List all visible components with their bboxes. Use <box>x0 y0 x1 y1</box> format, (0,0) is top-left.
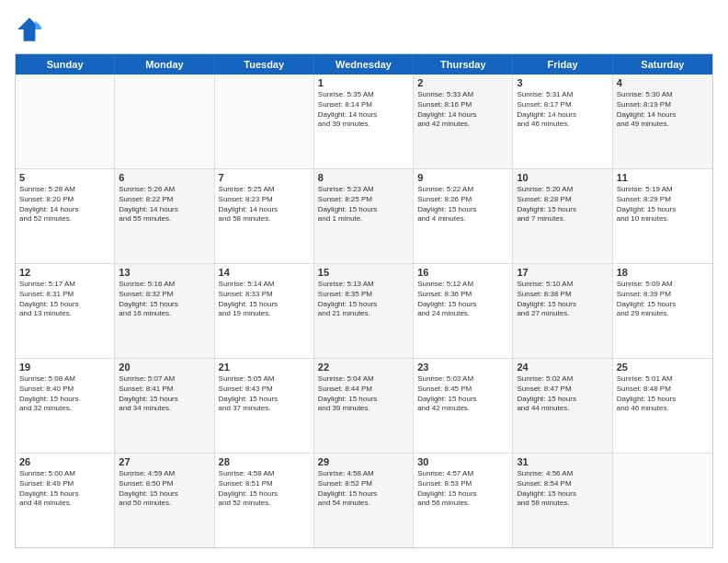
day-info: Sunrise: 5:35 AM Sunset: 8:14 PM Dayligh… <box>318 90 409 130</box>
day-info: Sunrise: 5:17 AM Sunset: 8:31 PM Dayligh… <box>19 280 110 319</box>
calendar-row: 26Sunrise: 5:00 AM Sunset: 8:49 PM Dayli… <box>16 454 712 547</box>
day-info: Sunrise: 5:25 AM Sunset: 8:23 PM Dayligh… <box>219 185 310 224</box>
day-number: 17 <box>517 267 608 278</box>
day-cell-14: 14Sunrise: 5:14 AM Sunset: 8:33 PM Dayli… <box>215 264 314 358</box>
day-info: Sunrise: 5:03 AM Sunset: 8:45 PM Dayligh… <box>417 374 508 414</box>
day-header-tuesday: Tuesday <box>215 54 314 75</box>
day-info: Sunrise: 5:20 AM Sunset: 8:28 PM Dayligh… <box>517 185 608 224</box>
page: SundayMondayTuesdayWednesdayThursdayFrid… <box>0 0 728 563</box>
calendar-row: 1Sunrise: 5:35 AM Sunset: 8:14 PM Daylig… <box>16 75 712 169</box>
calendar-row: 12Sunrise: 5:17 AM Sunset: 8:31 PM Dayli… <box>16 264 712 359</box>
day-number: 5 <box>19 172 110 183</box>
day-number: 4 <box>617 77 709 88</box>
day-cell-12: 12Sunrise: 5:17 AM Sunset: 8:31 PM Dayli… <box>16 264 115 358</box>
day-cell-27: 27Sunrise: 4:59 AM Sunset: 8:50 PM Dayli… <box>115 454 214 547</box>
day-info: Sunrise: 5:28 AM Sunset: 8:20 PM Dayligh… <box>19 185 110 224</box>
day-info: Sunrise: 5:04 AM Sunset: 8:44 PM Dayligh… <box>318 374 409 414</box>
day-cell-1: 1Sunrise: 5:35 AM Sunset: 8:14 PM Daylig… <box>314 75 414 168</box>
day-info: Sunrise: 5:12 AM Sunset: 8:36 PM Dayligh… <box>417 280 508 319</box>
calendar-header: SundayMondayTuesdayWednesdayThursdayFrid… <box>16 54 712 75</box>
calendar-body: 1Sunrise: 5:35 AM Sunset: 8:14 PM Daylig… <box>16 75 712 547</box>
empty-cell <box>215 75 314 168</box>
day-cell-30: 30Sunrise: 4:57 AM Sunset: 8:53 PM Dayli… <box>414 454 513 547</box>
day-number: 2 <box>417 77 508 88</box>
empty-cell <box>115 75 214 168</box>
day-header-wednesday: Wednesday <box>314 54 414 75</box>
day-number: 6 <box>119 172 210 183</box>
day-number: 18 <box>617 267 709 278</box>
day-info: Sunrise: 5:08 AM Sunset: 8:40 PM Dayligh… <box>19 374 110 414</box>
day-cell-25: 25Sunrise: 5:01 AM Sunset: 8:48 PM Dayli… <box>613 359 712 453</box>
day-number: 24 <box>517 362 608 373</box>
day-number: 23 <box>417 362 508 373</box>
day-info: Sunrise: 4:58 AM Sunset: 8:52 PM Dayligh… <box>318 469 409 509</box>
day-cell-10: 10Sunrise: 5:20 AM Sunset: 8:28 PM Dayli… <box>513 169 612 263</box>
day-info: Sunrise: 4:58 AM Sunset: 8:51 PM Dayligh… <box>219 469 310 509</box>
svg-marker-1 <box>35 20 40 29</box>
day-cell-15: 15Sunrise: 5:13 AM Sunset: 8:35 PM Dayli… <box>314 264 414 358</box>
day-number: 8 <box>318 172 409 183</box>
day-cell-5: 5Sunrise: 5:28 AM Sunset: 8:20 PM Daylig… <box>16 169 115 263</box>
day-info: Sunrise: 5:09 AM Sunset: 8:39 PM Dayligh… <box>617 280 709 319</box>
calendar-row: 19Sunrise: 5:08 AM Sunset: 8:40 PM Dayli… <box>16 359 712 454</box>
day-number: 28 <box>219 456 310 467</box>
day-number: 12 <box>19 267 110 278</box>
day-info: Sunrise: 5:31 AM Sunset: 8:17 PM Dayligh… <box>517 90 608 130</box>
day-number: 15 <box>318 267 409 278</box>
day-info: Sunrise: 4:57 AM Sunset: 8:53 PM Dayligh… <box>417 469 508 509</box>
day-number: 16 <box>417 267 508 278</box>
day-number: 22 <box>318 362 409 373</box>
day-cell-24: 24Sunrise: 5:02 AM Sunset: 8:47 PM Dayli… <box>513 359 612 453</box>
day-header-sunday: Sunday <box>16 54 115 75</box>
day-info: Sunrise: 4:56 AM Sunset: 8:54 PM Dayligh… <box>517 469 608 509</box>
day-info: Sunrise: 5:19 AM Sunset: 8:29 PM Dayligh… <box>617 185 709 224</box>
day-info: Sunrise: 5:05 AM Sunset: 8:43 PM Dayligh… <box>219 374 310 414</box>
day-number: 10 <box>517 172 608 183</box>
day-cell-20: 20Sunrise: 5:07 AM Sunset: 8:41 PM Dayli… <box>115 359 214 453</box>
day-header-saturday: Saturday <box>613 54 712 75</box>
day-header-thursday: Thursday <box>414 54 513 75</box>
day-number: 20 <box>119 362 210 373</box>
day-number: 9 <box>417 172 508 183</box>
day-info: Sunrise: 5:10 AM Sunset: 8:38 PM Dayligh… <box>517 280 608 319</box>
day-number: 3 <box>517 77 608 88</box>
day-cell-9: 9Sunrise: 5:22 AM Sunset: 8:26 PM Daylig… <box>414 169 513 263</box>
day-number: 27 <box>119 456 210 467</box>
day-cell-13: 13Sunrise: 5:16 AM Sunset: 8:32 PM Dayli… <box>115 264 214 358</box>
day-number: 14 <box>219 267 310 278</box>
day-cell-2: 2Sunrise: 5:33 AM Sunset: 8:16 PM Daylig… <box>414 75 513 168</box>
day-info: Sunrise: 4:59 AM Sunset: 8:50 PM Dayligh… <box>119 469 210 509</box>
day-cell-8: 8Sunrise: 5:23 AM Sunset: 8:25 PM Daylig… <box>314 169 414 263</box>
day-number: 21 <box>219 362 310 373</box>
day-info: Sunrise: 5:07 AM Sunset: 8:41 PM Dayligh… <box>119 374 210 414</box>
day-number: 29 <box>318 456 409 467</box>
day-info: Sunrise: 5:02 AM Sunset: 8:47 PM Dayligh… <box>517 374 608 414</box>
header <box>15 15 713 44</box>
day-info: Sunrise: 5:23 AM Sunset: 8:25 PM Dayligh… <box>318 185 409 224</box>
day-cell-7: 7Sunrise: 5:25 AM Sunset: 8:23 PM Daylig… <box>215 169 314 263</box>
day-cell-29: 29Sunrise: 4:58 AM Sunset: 8:52 PM Dayli… <box>314 454 414 547</box>
day-cell-17: 17Sunrise: 5:10 AM Sunset: 8:38 PM Dayli… <box>513 264 612 358</box>
day-info: Sunrise: 5:14 AM Sunset: 8:33 PM Dayligh… <box>219 280 310 319</box>
calendar: SundayMondayTuesdayWednesdayThursdayFrid… <box>15 53 713 548</box>
day-cell-22: 22Sunrise: 5:04 AM Sunset: 8:44 PM Dayli… <box>314 359 414 453</box>
day-cell-26: 26Sunrise: 5:00 AM Sunset: 8:49 PM Dayli… <box>16 454 115 547</box>
day-cell-31: 31Sunrise: 4:56 AM Sunset: 8:54 PM Dayli… <box>513 454 612 547</box>
day-number: 11 <box>617 172 709 183</box>
empty-cell <box>613 454 712 547</box>
day-info: Sunrise: 5:01 AM Sunset: 8:48 PM Dayligh… <box>617 374 709 414</box>
day-cell-3: 3Sunrise: 5:31 AM Sunset: 8:17 PM Daylig… <box>513 75 612 168</box>
day-number: 7 <box>219 172 310 183</box>
day-cell-21: 21Sunrise: 5:05 AM Sunset: 8:43 PM Dayli… <box>215 359 314 453</box>
day-number: 31 <box>517 456 608 467</box>
day-info: Sunrise: 5:33 AM Sunset: 8:16 PM Dayligh… <box>417 90 508 130</box>
day-info: Sunrise: 5:16 AM Sunset: 8:32 PM Dayligh… <box>119 280 210 319</box>
day-cell-4: 4Sunrise: 5:30 AM Sunset: 8:19 PM Daylig… <box>613 75 712 168</box>
day-header-monday: Monday <box>115 54 214 75</box>
day-cell-16: 16Sunrise: 5:12 AM Sunset: 8:36 PM Dayli… <box>414 264 513 358</box>
day-info: Sunrise: 5:00 AM Sunset: 8:49 PM Dayligh… <box>19 469 110 509</box>
day-cell-18: 18Sunrise: 5:09 AM Sunset: 8:39 PM Dayli… <box>613 264 712 358</box>
day-number: 25 <box>617 362 709 373</box>
day-info: Sunrise: 5:30 AM Sunset: 8:19 PM Dayligh… <box>617 90 709 130</box>
day-number: 30 <box>417 456 508 467</box>
